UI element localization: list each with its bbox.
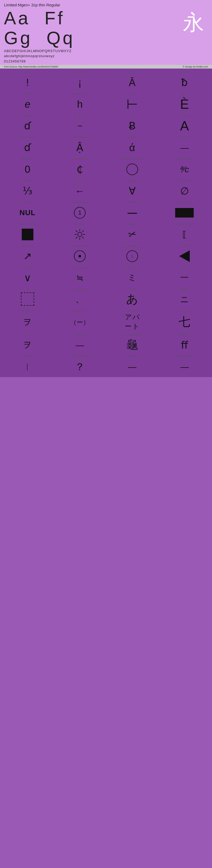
cell-latin1sup: Latin 1 Sup ¡ bbox=[54, 70, 106, 91]
cell-number-forms: Number Forms ⅓ bbox=[2, 179, 54, 200]
cell-dingbats: Dingbats ✂ bbox=[106, 222, 158, 243]
cell-cyrillic-sup: Cyrillic Sup ɗ bbox=[2, 114, 54, 135]
cell-currency: Currency Symbols ₵ bbox=[54, 157, 106, 178]
svg-line-6 bbox=[82, 237, 84, 239]
digits: 0123456789 bbox=[4, 59, 208, 64]
cell-kangxi: Kangxi 一 bbox=[159, 266, 211, 287]
svg-line-7 bbox=[82, 230, 84, 232]
preview-letters: Aa FfGg Qq bbox=[4, 8, 179, 48]
font-title: Limited Mgen+ 2cp thin Regular bbox=[4, 3, 208, 7]
cell-misc-technical: Misc Technical ∅ bbox=[159, 179, 211, 200]
sun-icon bbox=[74, 229, 86, 240]
cell-cjk-compat-forms: CJK Compat Forms ？ bbox=[54, 354, 106, 375]
alphabet-lower: abcdefghijklmnopqrstuvwxyz bbox=[4, 54, 208, 59]
copyright: © Design by fontke.com bbox=[183, 65, 208, 68]
cell-misc-math-a: Misc Math Symbols A ⟦ bbox=[159, 222, 211, 243]
grid-section: ASCII ! Latin 1 Sup ¡ Latin Ext A Ā Lati… bbox=[0, 68, 212, 377]
character-grid: ASCII ! Latin 1 Sup ¡ Latin Ext A Ā Lati… bbox=[2, 70, 210, 375]
cell-half-full-forms: Half And Full Forms — bbox=[159, 354, 211, 375]
cell-diacriticals-symbols: Diacriticals For Symbols bbox=[106, 157, 158, 178]
cell-greek: Greek ⊢ bbox=[106, 92, 158, 113]
cell-latin-ext-d: Latin Ext D — bbox=[54, 333, 106, 354]
svg-point-0 bbox=[78, 232, 82, 237]
cell-control-pictures: Control Pictures NUL bbox=[2, 200, 54, 221]
cell-sup-arrows-b: Sup Arrows B ↗ bbox=[2, 244, 54, 265]
cell-latin-ext-a: Latin Ext A Ā bbox=[106, 70, 158, 91]
cell-cjk-compat-ideographs: CJK Compat Ideographs 龜 bbox=[106, 333, 158, 354]
cell-hebrew: Hebrew − bbox=[54, 114, 106, 135]
cell-arrows: Arrows ← bbox=[54, 179, 106, 200]
font-source: Font Source: http://www.fontke.com/font/… bbox=[4, 65, 58, 68]
cell-thai: Thai Ƀ bbox=[106, 114, 158, 135]
cell-geometric-shapes: Geometric Shapes bbox=[2, 222, 54, 243]
cell-ascii: ASCII ! bbox=[2, 70, 54, 91]
cell-general-ext: Geenl Ext ά bbox=[106, 135, 158, 156]
cell-cjk-ext-a: CJK Ext A 七 bbox=[159, 309, 211, 332]
cell-small-forms: Small Forms — bbox=[106, 354, 158, 375]
alphabet-section: ABCDEFGHIJKLMNOPQRSTUVWXYZ abcdefghijklm… bbox=[0, 48, 212, 65]
cell-super-sub: Super And Sub 0 bbox=[2, 157, 54, 178]
cell-punctuation: Punctuation — bbox=[159, 135, 211, 156]
cell-hiragana: Hiragana あ bbox=[106, 287, 158, 308]
svg-line-5 bbox=[76, 230, 77, 232]
cell-ipa-ext: IPA Ext e bbox=[2, 92, 54, 113]
cell-enclosed-cjk: Enclosed CJK （ー） bbox=[54, 309, 106, 332]
cell-katakana-ext: Katakana Ext ヲ bbox=[2, 309, 54, 332]
cell-vertical-forms: Vertical Forms ︱ bbox=[2, 354, 54, 375]
cell-modifier-letters: Modifier Letters h bbox=[54, 92, 106, 113]
cell-misc-arrows: Misc Arrows bbox=[159, 244, 211, 265]
cell-cjk-compat: CJK Compat ア パ ー ト bbox=[106, 309, 158, 332]
cell-cjk-radicals: CJK Radicals Sup ミ bbox=[106, 266, 158, 287]
cell-latin-ext-additional: Latin Ext Additional Ậ bbox=[54, 135, 106, 156]
cell-letterlike: Letterlike Symbols ª∕c bbox=[159, 157, 211, 178]
cell-misc-math-b: Misc Math Symbols B bbox=[54, 244, 106, 265]
cell-sup-math-operators: Sup Math Operators | bbox=[106, 244, 158, 265]
svg-line-8 bbox=[76, 237, 77, 239]
cell-latin-ext-b: Latin Ext B ƀ bbox=[159, 70, 211, 91]
alphabet-upper: ABCDEFGHIJKLMNOPQRSTUVWXYZ bbox=[4, 49, 208, 54]
cell-sup-punctuation: Sup Punctuation ≒ bbox=[54, 266, 106, 287]
cell-phonetic-ext: Phonetic Ext A bbox=[159, 114, 211, 135]
cell-box-drawing: Box Drawing ─ bbox=[106, 200, 158, 221]
kanji-preview: 永 bbox=[179, 8, 208, 37]
cell-latin-ext-c: Latin Ext C ∨ bbox=[2, 266, 54, 287]
cell-cyrillic: Cyrillic È bbox=[159, 92, 211, 113]
header-section: Limited Mgen+ 2cp thin Regular Aa FfGg Q… bbox=[0, 0, 212, 48]
info-bar: Font Source: http://www.fontke.com/font/… bbox=[0, 65, 212, 68]
cell-katakana: Katakana ニ bbox=[159, 287, 211, 308]
cell-iic: IIС bbox=[2, 287, 54, 308]
cell-phonetic-ext-sup: Phonetic Ext Sup ɗ bbox=[2, 135, 54, 156]
cell-enclosed-alphanum: Enclosed Alphanum 1 bbox=[54, 200, 106, 221]
cell-alphabetic-ff: Alphabetic FF ﬀ bbox=[159, 333, 211, 354]
cell-misc-symbols: Misc Symbols bbox=[54, 222, 106, 243]
cell-cjk: CJK ヲ bbox=[2, 333, 54, 354]
cell-math-operators: Math Operators ∀ bbox=[106, 179, 158, 200]
cell-block-elements: Block Elements bbox=[159, 200, 211, 221]
cell-cjk-symbols: CJK Symbols 、 bbox=[54, 287, 106, 308]
